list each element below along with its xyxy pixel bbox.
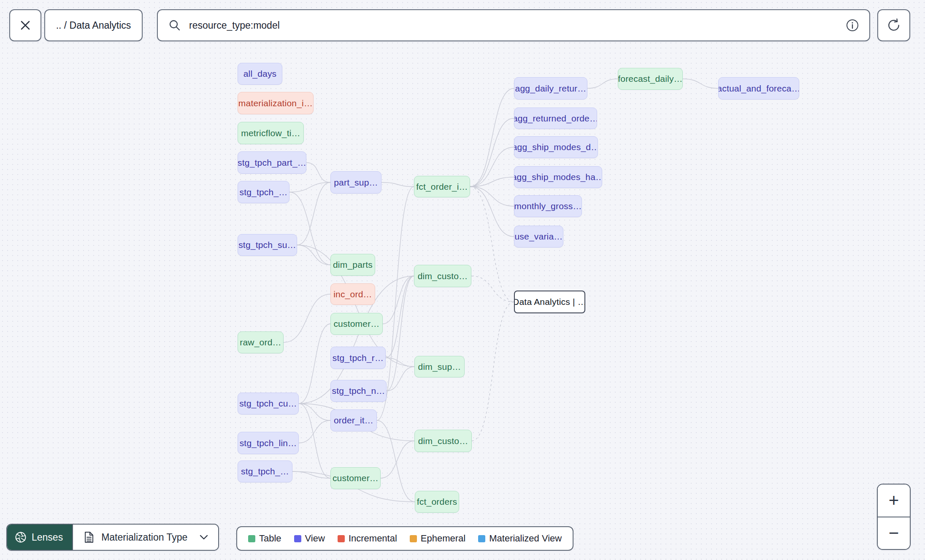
lenses-button[interactable]: Lenses (7, 525, 73, 550)
refresh-icon (886, 18, 901, 33)
node-stg_tpch_lin[interactable]: stg_tpch_lin… (238, 432, 299, 454)
node-raw_ord[interactable]: raw_ord… (238, 331, 284, 353)
legend-item-materialized-view: Materialized View (478, 533, 562, 544)
legend: TableViewIncrementalEphemeralMaterialize… (236, 526, 573, 551)
node-monthly_gross[interactable]: monthly_gross… (514, 195, 582, 217)
legend-swatch (294, 535, 301, 542)
legend-label: Materialized View (489, 533, 562, 544)
legend-swatch (248, 535, 255, 542)
legend-label: Table (259, 533, 281, 544)
node-stg_tpch_bot[interactable]: stg_tpch_… (238, 460, 292, 482)
legend-items: TableViewIncrementalEphemeralMaterialize… (248, 533, 562, 544)
node-dim_custo_bot[interactable]: dim_custo… (414, 430, 472, 452)
node-dim_custo_top[interactable]: dim_custo… (414, 265, 471, 287)
search-bar (157, 9, 870, 41)
legend-label: View (305, 533, 325, 544)
node-customer_bot[interactable]: customer… (330, 467, 381, 489)
legend-item-table: Table (248, 533, 281, 544)
info-icon[interactable] (846, 19, 859, 32)
node-agg_ship_modes_ha[interactable]: agg_ship_modes_ha… (514, 166, 602, 188)
aperture-icon (14, 531, 27, 544)
node-stg_tpch_r[interactable]: stg_tpch_r… (330, 347, 386, 369)
lens-selector-dropdown[interactable]: Materialization Type (73, 525, 218, 550)
legend-swatch (338, 535, 345, 542)
search-icon (168, 19, 181, 32)
node-stg_tpch_n[interactable]: stg_tpch_n… (330, 380, 387, 402)
node-fct_order_i[interactable]: fct_order_i… (414, 176, 470, 197)
node-dim_parts[interactable]: dim_parts (330, 254, 375, 276)
node-order_it[interactable]: order_it… (330, 409, 377, 431)
legend-label: Incremental (349, 533, 397, 544)
node-use_varia[interactable]: use_varia… (514, 226, 563, 248)
node-stg_tpch_su[interactable]: stg_tpch_su… (238, 234, 297, 256)
node-agg_daily_retur[interactable]: agg_daily_retur… (514, 77, 587, 100)
node-metricflow_ti[interactable]: metricflow_ti… (238, 122, 304, 144)
node-customer_mid[interactable]: customer… (330, 313, 383, 335)
legend-label: Ephemeral (421, 533, 465, 544)
node-stg_tpch_pa[interactable]: stg_tpch_… (238, 181, 289, 203)
node-fct_orders[interactable]: fct_orders (415, 491, 459, 513)
legend-swatch (478, 535, 485, 542)
search-input[interactable] (188, 19, 839, 32)
breadcrumb[interactable]: .. / Data Analytics (44, 9, 143, 41)
legend-item-ephemeral: Ephemeral (410, 533, 465, 544)
node-agg_ship_modes_d[interactable]: agg_ship_modes_d… (514, 136, 598, 158)
document-icon (83, 531, 95, 544)
node-stg_tpch_cu[interactable]: stg_tpch_cu… (238, 393, 299, 415)
lenses-control: Lenses Materialization Type (6, 524, 219, 551)
node-inc_ord[interactable]: inc_ord… (330, 283, 375, 305)
legend-swatch (410, 535, 417, 542)
node-forecast_daily[interactable]: forecast_daily… (618, 68, 683, 90)
legend-item-incremental: Incremental (338, 533, 397, 544)
zoom-out-button[interactable]: − (878, 517, 910, 549)
chevron-down-icon (200, 535, 208, 540)
node-stg_tpch_part[interactable]: stg_tpch_part_… (238, 151, 306, 174)
lens-selected-label: Materialization Type (101, 532, 187, 543)
node-agg_returned_orde[interactable]: agg_returned_orde… (514, 108, 597, 129)
zoom-control: + − (877, 484, 911, 550)
node-data_analytics[interactable]: Data Analytics | … (514, 291, 585, 313)
close-icon (19, 19, 32, 32)
node-actual_and_foreca[interactable]: actual_and_foreca… (718, 77, 799, 100)
refresh-button[interactable] (877, 9, 910, 41)
node-dim_sup[interactable]: dim_sup… (414, 356, 465, 377)
lenses-label: Lenses (32, 532, 63, 543)
node-all_days[interactable]: all_days (238, 63, 282, 85)
zoom-in-button[interactable]: + (878, 485, 910, 517)
close-button[interactable] (9, 9, 41, 41)
node-layer: all_daysmaterialization_i…metricflow_ti…… (0, 0, 925, 560)
node-part_sup[interactable]: part_sup… (330, 171, 381, 194)
breadcrumb-label: .. / Data Analytics (56, 20, 131, 31)
node-materialization_i[interactable]: materialization_i… (238, 92, 314, 114)
legend-item-view: View (294, 533, 325, 544)
